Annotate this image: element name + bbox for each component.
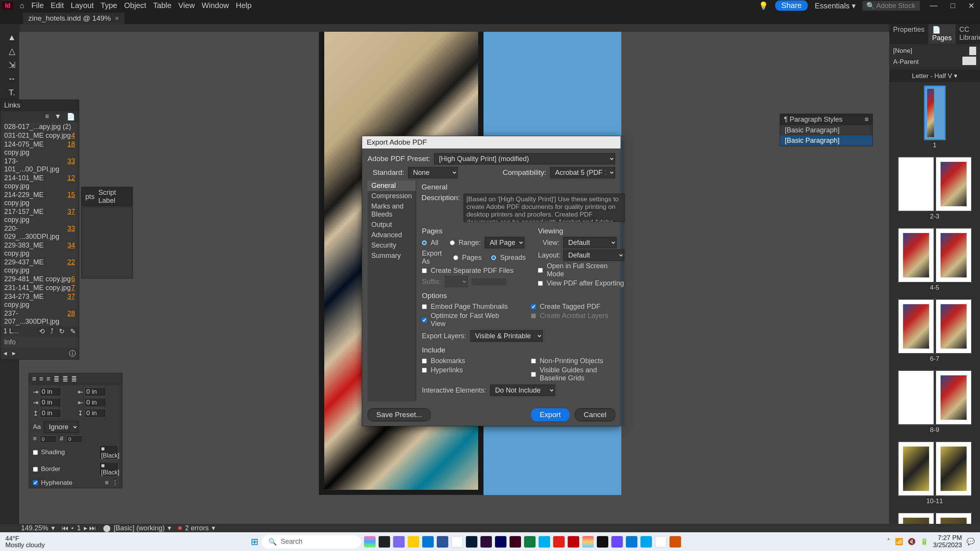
links-panel-header[interactable]: Links [0,100,79,111]
standard-dropdown[interactable]: None [408,167,458,178]
page-thumb-3[interactable] [936,157,972,211]
fullscreen-checkbox[interactable] [538,268,543,273]
page-tool[interactable]: ⇲ [6,60,18,70]
taskbar-app[interactable] [437,536,448,548]
ignore-dropdown[interactable]: Ignore [44,421,78,433]
preflight-errors[interactable]: 2 errors ▾ [178,524,215,532]
taskbar-app[interactable] [626,536,637,548]
master-a-parent[interactable]: A-Parent [893,56,976,68]
script-label-tab[interactable]: Script Label [98,189,129,205]
menu-view[interactable]: View [178,1,195,10]
para-style-entry[interactable]: [Basic Paragraph] [780,125,872,135]
document-tab[interactable]: zine_hotels.indd @ 149% × [23,13,124,24]
justify-last-icon[interactable]: ≣ [71,375,77,383]
menu-edit[interactable]: Edit [51,1,64,10]
tray-chevron-icon[interactable]: ˄ [887,538,890,546]
hyperlinks-checkbox[interactable] [422,368,427,373]
taskbar-search[interactable]: 🔍Search [261,535,361,548]
taskbar-app[interactable] [640,536,652,548]
sidenav-summary[interactable]: Summary [368,251,416,261]
layout-dropdown[interactable]: Default [563,249,624,261]
sidenav-output[interactable]: Output [368,220,416,230]
space-before-input[interactable] [40,409,61,418]
interactive-dropdown[interactable]: Do Not Include [490,385,555,396]
page-thumb-7[interactable] [936,299,972,354]
taskbar-app[interactable] [670,536,681,548]
menu-type[interactable]: Type [101,1,117,10]
space-after-input[interactable] [85,409,106,418]
sidenav-security[interactable]: Security [368,240,416,251]
hyphenate-checkbox[interactable] [33,480,38,485]
indent-right-input[interactable] [85,387,106,396]
save-preset-button[interactable]: Save Preset... [368,408,431,421]
view-dropdown[interactable]: Default [563,237,617,248]
justify-icon[interactable]: ≣ [54,375,59,383]
scripts-tab[interactable]: pts [85,193,95,201]
page-thumb-9[interactable] [936,370,972,425]
shading-color[interactable]: ■ [Black] [99,445,118,460]
page-thumb-6[interactable] [898,299,934,354]
links-page-icon[interactable]: 📄 [67,112,75,121]
notifications-icon[interactable]: 💬 [967,538,975,546]
taskbar-app[interactable] [495,536,506,548]
type-tool[interactable]: T. [6,88,18,98]
compat-dropdown[interactable]: Acrobat 5 (PDF 1.4) [550,167,615,178]
menu-object[interactable]: Object [124,1,146,10]
menu-file[interactable]: File [31,1,44,10]
direct-selection-tool[interactable]: △ [6,46,18,56]
shading-checkbox[interactable] [33,450,38,455]
menu-window[interactable]: Window [202,1,229,10]
indent-left-input[interactable] [40,387,61,396]
guides-checkbox[interactable] [531,372,536,377]
export-spreads-radio[interactable] [491,255,496,260]
next-link-icon[interactable]: ▸ [12,349,16,358]
relink-icon[interactable]: ⟲ [39,327,45,336]
prev-link-icon[interactable]: ◂ [3,349,7,358]
page-thumb-1[interactable] [924,86,946,140]
taskbar-app[interactable] [364,536,376,548]
edit-original-icon[interactable]: ✎ [70,327,76,336]
pages-all-radio[interactable] [422,240,427,245]
para-style-entry-selected[interactable]: [Basic Paragraph] [780,135,872,146]
tab-cc-libraries[interactable]: CC Libraries [956,24,980,44]
minimize-icon[interactable]: — [927,1,941,10]
preflight-profile[interactable]: ⬤ [Basic] (working) ▾ [103,524,171,532]
menu-table[interactable]: Table [153,1,172,10]
links-list[interactable]: 028-017_...apy.jpg (2) 031-021_ME copy.j… [0,122,79,326]
tab-properties[interactable]: Properties [889,24,928,44]
sidenav-marks[interactable]: Marks and Bleeds [368,201,416,220]
export-button[interactable]: Export [531,408,570,421]
description-textarea[interactable]: [Based on '[High Quality Print]'] Use th… [464,194,625,222]
dropcap-chars-input[interactable] [66,435,83,443]
lightbulb-icon[interactable]: 💡 [759,1,768,10]
dropcap-lines-input[interactable] [40,435,57,443]
update-link-icon[interactable]: ↻ [59,327,65,336]
taskbar-app[interactable] [451,536,463,548]
taskbar-app[interactable] [597,536,608,548]
create-separate-checkbox[interactable] [422,268,427,273]
page-size-dropdown[interactable]: Letter - Half V ▾ [889,70,980,82]
taskbar-app[interactable] [655,536,666,548]
sidenav-compression[interactable]: Compression [368,191,416,201]
sidenav-general[interactable]: General [368,181,416,191]
link-info-icon[interactable]: ⓘ [69,349,76,358]
range-dropdown[interactable]: All Pages [485,237,524,248]
taskbar-app[interactable] [568,536,579,548]
links-filter-icon[interactable]: ▼ [54,112,61,121]
page-thumb-5[interactable] [936,228,972,282]
zoom-control[interactable]: 149.25% ▾ [21,524,55,532]
para-menu-icon[interactable]: ⋮ [112,479,118,487]
border-color[interactable]: ■ [Black] [99,462,118,476]
page-thumb-11[interactable] [936,442,972,496]
workspace-dropdown[interactable]: Essentials ▾ [815,1,856,10]
links-sort-icon[interactable]: ≡ [45,112,49,121]
taskbar-clock[interactable]: 7:27 PM 3/25/2023 [933,535,962,549]
selection-tool[interactable]: ▲ [6,33,18,42]
volume-icon[interactable]: 🔇 [908,538,916,546]
taskbar-app[interactable] [408,536,419,548]
goto-link-icon[interactable]: ⤴ [50,327,54,336]
tagged-pdf-checkbox[interactable] [531,304,536,309]
taskbar-app[interactable] [611,536,623,548]
taskbar-app[interactable] [422,536,434,548]
taskbar-app[interactable] [539,536,550,548]
